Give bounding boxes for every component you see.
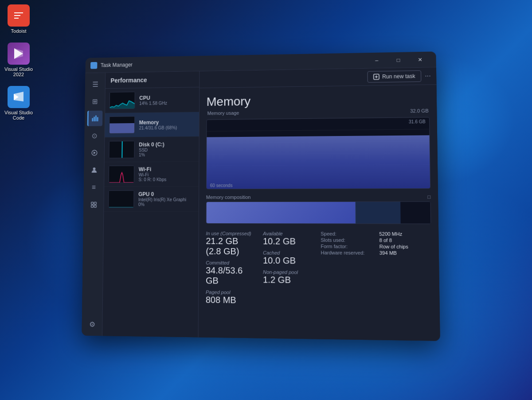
gpu-detail2: 0% xyxy=(138,202,194,207)
memory-total-value: 32.0 GB xyxy=(410,108,429,114)
close-button[interactable]: ✕ xyxy=(410,52,431,67)
disk-mini-graph xyxy=(109,141,134,158)
comp-in-use-segment xyxy=(207,202,356,224)
settings-button[interactable]: ⚙ xyxy=(84,316,100,332)
gpu-mini-graph xyxy=(108,190,134,208)
svg-rect-11 xyxy=(94,202,96,204)
wifi-name: Wi-Fi xyxy=(139,166,195,172)
svg-rect-1 xyxy=(94,62,97,65)
visual-studio-2022-icon[interactable]: Visual Studio2022 xyxy=(4,43,33,77)
speed-label: Speed: xyxy=(321,231,371,237)
memory-info: Memory 21.4/31.6 GB (68%) xyxy=(139,119,195,130)
committed-label: Committed xyxy=(206,260,256,266)
disk-name: Disk 0 (C:) xyxy=(139,141,195,148)
task-manager-window: Task Manager – □ ✕ ☰ ⊞ ⊙ xyxy=(82,51,440,341)
memory-stats-grid: In use (Compressed) 21.2 GB (2.8 GB) Com… xyxy=(206,231,432,308)
form-factor-label: Form factor: xyxy=(321,244,371,249)
hamburger-menu-button[interactable]: ☰ xyxy=(87,76,103,92)
minimize-button[interactable]: – xyxy=(366,53,387,68)
disk-resource-item[interactable]: Disk 0 (C:) SSD 1% xyxy=(105,137,199,162)
cpu-detail: 14% 1.58 GHz xyxy=(139,100,195,105)
panel-title: Performance xyxy=(106,71,200,89)
memory-mini-graph xyxy=(109,116,135,133)
form-factor-value: Row of chips xyxy=(379,244,408,249)
speed-values-column: 5200 MHz 8 of 8 Row of chips 394 MB xyxy=(379,231,432,308)
startup-icon[interactable] xyxy=(86,145,102,160)
visual-studio-code-icon[interactable]: Visual StudioCode xyxy=(4,86,33,120)
svg-rect-21 xyxy=(109,191,134,208)
memory-name: Memory xyxy=(139,119,195,125)
desktop-icons: Todoist Visual Studio2022 Visual StudioC… xyxy=(4,4,33,120)
memory-usage-header: Memory usage 32.0 GB xyxy=(207,108,430,116)
wifi-info: Wi-Fi Wi-Fi S: 0 R: 0 Kbps xyxy=(138,166,194,182)
memory-composition-section: Memory composition □ xyxy=(206,194,431,224)
cpu-info: CPU 14% 1.58 GHz xyxy=(139,94,195,105)
non-paged-pool-value: 1.2 GB xyxy=(263,275,313,285)
chart-fill-area xyxy=(207,135,430,189)
paged-pool-label: Paged pool xyxy=(206,289,256,295)
wifi-mini-graph xyxy=(109,166,134,183)
memory-detail-content: Memory Memory usage 32.0 GB xyxy=(199,85,440,341)
non-paged-pool-label: Non-paged pool xyxy=(263,269,313,275)
svg-rect-2 xyxy=(91,66,94,68)
cached-label: Cached xyxy=(263,250,313,256)
users-icon[interactable] xyxy=(86,162,102,178)
memory-composition-bar xyxy=(206,202,431,224)
in-use-label: In use (Compressed) xyxy=(206,231,256,236)
hardware-reserved-label: Hardware reserved: xyxy=(321,250,371,256)
available-value: 10.2 GB xyxy=(263,236,313,247)
available-label: Available xyxy=(263,231,313,236)
more-options-button[interactable]: ··· xyxy=(425,72,431,80)
speed-value: 5200 MHz xyxy=(379,231,402,237)
speed-column: Speed: Slots used: Form factor: Hardware… xyxy=(321,231,372,256)
disk-detail2: 1% xyxy=(139,152,195,157)
memory-detail: 21.4/31.6 GB (68%) xyxy=(139,125,195,130)
maximize-button[interactable]: □ xyxy=(388,53,409,67)
details-icon[interactable]: ≡ xyxy=(86,179,102,195)
gpu-name: GPU 0 xyxy=(138,191,194,197)
svg-marker-17 xyxy=(110,123,135,134)
main-content-area: ☰ ⊞ ⊙ xyxy=(82,67,440,341)
todoist-icon[interactable]: Todoist xyxy=(4,4,33,34)
disk-detail1: SSD xyxy=(139,148,195,153)
gpu-resource-item[interactable]: GPU 0 Intel(R) Iris(R) Xe Graphi 0% xyxy=(104,186,199,212)
slots-used-label: Slots used: xyxy=(321,237,371,243)
run-new-task-button[interactable]: Run new task xyxy=(367,70,421,83)
app-history-icon[interactable]: ⊙ xyxy=(87,128,102,143)
wifi-detail2: S: 0 R: 0 Kbps xyxy=(138,177,194,182)
chart-max-label: 31.6 GB xyxy=(409,119,426,124)
committed-value: 34.8/53.6 GB xyxy=(206,265,256,286)
speed-values: 5200 MHz 8 of 8 Row of chips 394 MB xyxy=(379,231,431,256)
in-use-value: 21.2 GB (2.8 GB) xyxy=(206,236,256,257)
svg-point-9 xyxy=(93,167,95,170)
chart-timeline-label: 60 seconds xyxy=(210,183,233,188)
svg-rect-12 xyxy=(91,205,93,207)
gpu-info: GPU 0 Intel(R) Iris(R) Xe Graphi 0% xyxy=(138,191,194,207)
comp-free-segment xyxy=(400,202,430,224)
wifi-detail1: Wi-Fi xyxy=(139,172,195,177)
svg-rect-6 xyxy=(95,115,97,121)
memory-usage-label: Memory usage xyxy=(207,110,239,116)
in-use-stat: In use (Compressed) 21.2 GB (2.8 GB) Com… xyxy=(206,231,256,306)
section-title: Memory xyxy=(207,92,430,109)
task-manager-app-icon xyxy=(90,62,97,69)
cached-value: 10.0 GB xyxy=(263,256,313,266)
available-stat: Available 10.2 GB Cached 10.0 GB Non-pag… xyxy=(263,231,314,306)
svg-rect-4 xyxy=(92,118,93,121)
cpu-resource-item[interactable]: CPU 14% 1.58 GHz xyxy=(105,87,199,113)
gpu-detail1: Intel(R) Iris(R) Xe Graphi xyxy=(138,197,194,202)
svg-rect-13 xyxy=(94,205,96,207)
composition-label: Memory composition □ xyxy=(206,194,431,200)
memory-resource-item[interactable]: Memory 21.4/31.6 GB (68%) xyxy=(105,112,199,138)
hardware-reserved-value: 394 MB xyxy=(379,250,397,256)
memory-usage-chart: 31.6 GB 60 seconds xyxy=(206,117,430,189)
resource-list-panel: Performance CPU 14% 1.58 GHz xyxy=(102,71,200,337)
processes-tab-icon[interactable]: ⊞ xyxy=(87,93,103,109)
svg-rect-5 xyxy=(94,117,95,121)
svg-rect-0 xyxy=(91,63,94,65)
services-icon[interactable] xyxy=(86,197,101,213)
svg-rect-3 xyxy=(94,66,97,68)
wifi-resource-item[interactable]: Wi-Fi Wi-Fi S: 0 R: 0 Kbps xyxy=(104,162,199,187)
cpu-mini-graph xyxy=(110,92,135,109)
performance-tab-icon[interactable] xyxy=(87,111,102,126)
